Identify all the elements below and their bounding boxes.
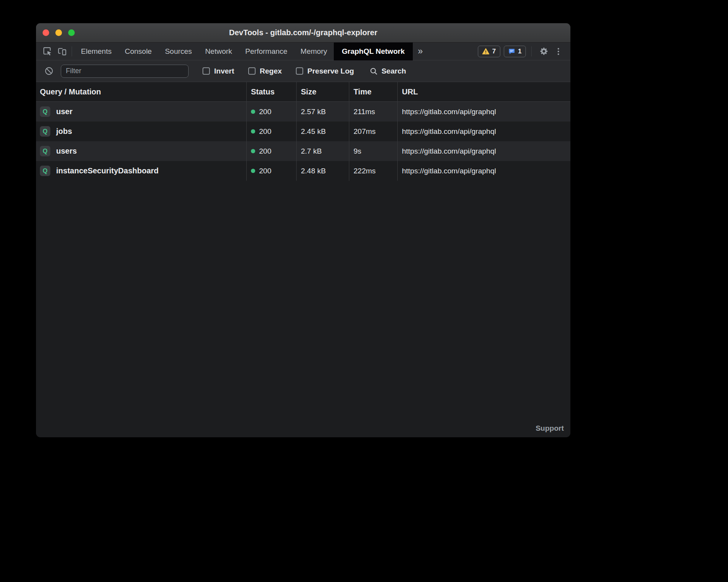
message-bubble-icon xyxy=(508,48,515,55)
time-value: 211ms xyxy=(349,102,397,122)
minimize-window-button[interactable] xyxy=(55,29,62,36)
window-titlebar[interactable]: DevTools - gitlab.com/-/graphql-explorer xyxy=(36,23,570,43)
tab-console[interactable]: Console xyxy=(118,43,158,60)
status-code: 200 xyxy=(259,167,271,175)
query-type-badge: Q xyxy=(40,106,50,117)
column-header-query[interactable]: Query / Mutation xyxy=(36,82,246,101)
gear-icon xyxy=(539,46,549,56)
time-value: 222ms xyxy=(349,161,397,181)
settings-button[interactable] xyxy=(536,44,551,59)
checkbox-icon[interactable] xyxy=(203,67,210,75)
query-name: user xyxy=(56,107,72,116)
devtools-window: DevTools - gitlab.com/-/graphql-explorer… xyxy=(36,23,570,437)
query-name: users xyxy=(56,147,77,156)
messages-badge[interactable]: 1 xyxy=(504,46,526,57)
url-value: https://gitlab.com/api/graphql xyxy=(397,161,570,181)
tab-sources[interactable]: Sources xyxy=(158,43,199,60)
tab-graphql-network[interactable]: GraphQL Network xyxy=(334,43,413,60)
checkbox-icon[interactable] xyxy=(296,67,303,75)
more-options-button[interactable] xyxy=(551,44,566,59)
toolbar-divider xyxy=(72,46,72,56)
filter-input[interactable] xyxy=(61,65,189,78)
query-name: jobs xyxy=(56,127,72,136)
time-value: 9s xyxy=(349,141,397,161)
table-row[interactable]: Q instanceSecurityDashboard 200 2.48 kB … xyxy=(36,161,570,181)
issue-badges: 7 1 xyxy=(478,46,526,57)
preserve-log-label: Preserve Log xyxy=(307,67,354,75)
status-ok-dot xyxy=(251,129,255,134)
close-window-button[interactable] xyxy=(43,29,49,36)
regex-label: Regex xyxy=(260,67,282,75)
query-type-badge: Q xyxy=(40,146,50,156)
table-row[interactable]: Q users 200 2.7 kB 9s https://gitlab.com… xyxy=(36,141,570,161)
kebab-menu-icon xyxy=(558,48,559,55)
time-value: 207ms xyxy=(349,122,397,141)
zoom-window-button[interactable] xyxy=(68,29,75,36)
query-type-badge: Q xyxy=(40,166,50,176)
checkbox-icon[interactable] xyxy=(248,67,256,75)
size-value: 2.45 kB xyxy=(296,122,349,141)
support-link[interactable]: Support xyxy=(536,424,564,433)
query-name: instanceSecurityDashboard xyxy=(56,166,159,175)
tab-memory[interactable]: Memory xyxy=(294,43,334,60)
status-ok-dot xyxy=(251,110,255,114)
preserve-log-checkbox[interactable]: Preserve Log xyxy=(296,67,354,75)
devtools-tabbar: Elements Console Sources Network Perform… xyxy=(36,43,570,60)
search-label: Search xyxy=(381,67,406,75)
status-ok-dot xyxy=(251,149,255,153)
regex-checkbox[interactable]: Regex xyxy=(248,67,282,75)
tab-performance[interactable]: Performance xyxy=(239,43,294,60)
device-toolbar-button[interactable] xyxy=(55,44,69,59)
search-button[interactable]: Search xyxy=(369,67,406,75)
size-value: 2.7 kB xyxy=(296,141,349,161)
warnings-badge[interactable]: 7 xyxy=(478,46,500,57)
tab-elements[interactable]: Elements xyxy=(74,43,118,60)
messages-count: 1 xyxy=(518,48,522,55)
tab-network[interactable]: Network xyxy=(199,43,239,60)
column-header-size[interactable]: Size xyxy=(296,82,349,101)
column-header-time[interactable]: Time xyxy=(349,82,397,101)
size-value: 2.57 kB xyxy=(296,102,349,122)
filter-toolbar: Invert Regex Preserve Log Search xyxy=(36,60,570,82)
device-toolbar-icon xyxy=(57,46,67,56)
clear-requests-button[interactable] xyxy=(41,64,56,79)
status-code: 200 xyxy=(259,127,271,136)
warning-icon xyxy=(482,48,489,55)
requests-table: Query / Mutation Status Size Time URL Q … xyxy=(36,82,570,181)
block-clear-icon xyxy=(44,66,54,76)
status-code: 200 xyxy=(259,108,271,116)
invert-label: Invert xyxy=(214,67,234,75)
query-type-badge: Q xyxy=(40,126,50,137)
status-code: 200 xyxy=(259,147,271,156)
inspect-cursor-icon xyxy=(43,46,52,56)
url-value: https://gitlab.com/api/graphql xyxy=(397,141,570,161)
toolbar-divider xyxy=(531,46,532,56)
url-value: https://gitlab.com/api/graphql xyxy=(397,122,570,141)
window-title: DevTools - gitlab.com/-/graphql-explorer xyxy=(36,28,570,37)
inspect-element-button[interactable] xyxy=(40,44,55,59)
search-icon xyxy=(369,67,378,75)
column-header-url[interactable]: URL xyxy=(397,82,570,101)
size-value: 2.48 kB xyxy=(296,161,349,181)
more-tabs-chevron[interactable]: » xyxy=(413,46,428,56)
table-row[interactable]: Q jobs 200 2.45 kB 207ms https://gitlab.… xyxy=(36,122,570,141)
table-row[interactable]: Q user 200 2.57 kB 211ms https://gitlab.… xyxy=(36,102,570,122)
url-value: https://gitlab.com/api/graphql xyxy=(397,102,570,122)
table-header: Query / Mutation Status Size Time URL xyxy=(36,82,570,102)
status-ok-dot xyxy=(251,169,255,173)
warnings-count: 7 xyxy=(492,48,496,55)
invert-checkbox[interactable]: Invert xyxy=(203,67,234,75)
column-header-status[interactable]: Status xyxy=(246,82,296,101)
traffic-lights xyxy=(36,29,75,36)
